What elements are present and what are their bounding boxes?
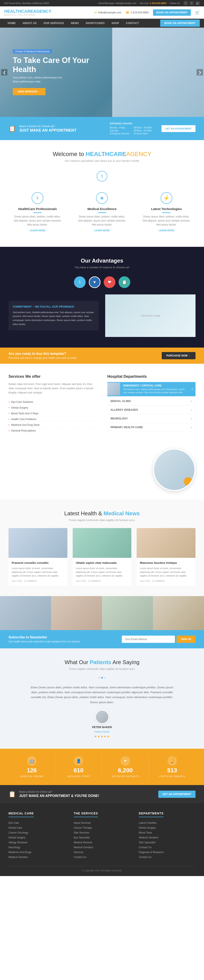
dept-emergency-arrow[interactable]: +: [192, 387, 196, 391]
newsletter-signup-button[interactable]: SIGN UP: [177, 636, 196, 643]
header-email: ✉ hello@example.com: [94, 11, 121, 14]
footer-link-medical-genetics[interactable]: Medical Genetics: [74, 845, 131, 850]
footer-link-contact-dept[interactable]: Contact Us: [139, 845, 196, 850]
testimonials-dots: [8, 677, 196, 679]
dept-allergy[interactable]: ALLERGY DISEASES +: [107, 406, 196, 414]
cart-icon[interactable]: 🛒: [195, 10, 200, 15]
hero-services-button[interactable]: VIEW SERVICES →: [13, 88, 45, 95]
footer-link-cancer[interactable]: Cancer Oncology: [8, 830, 65, 835]
footer-link-diagnose[interactable]: Diagnose & Research: [139, 850, 196, 854]
twitter-icon[interactable]: t: [190, 1, 194, 5]
adv-icon-care[interactable]: ❤: [104, 276, 115, 288]
hours-emergency-time: 24 Hours Open: [134, 132, 153, 135]
author-stars: ★★★★★: [94, 735, 110, 738]
nav-home[interactable]: HOME: [4, 19, 19, 28]
footer-link-eye-care[interactable]: Eye Care: [8, 820, 65, 825]
appointment-title: JUST MAKE AN APPOINTMENT: [19, 128, 76, 133]
hero-prev-button[interactable]: ❮: [1, 69, 8, 75]
footer-link-eye-specialist[interactable]: Eye Specialist: [74, 835, 131, 840]
appointment-icon: 📋: [8, 125, 16, 132]
adv-icon-clipboard[interactable]: 📋: [119, 276, 130, 288]
google-icon[interactable]: g+: [196, 1, 200, 5]
footer-link-skin[interactable]: Skin Services: [74, 830, 131, 835]
learn-more-professionals[interactable]: LEARN MORE: [30, 229, 45, 232]
footer-link-dept-dental[interactable]: Dental Surgery: [139, 825, 196, 830]
hours-emergency-label: Emergency Services: [110, 132, 129, 135]
apt-footer-text: Need a Doctor for Check-up? JUST MAKE AN…: [19, 791, 99, 798]
news-image-1: [8, 528, 67, 558]
nav-about[interactable]: ABOUT US: [19, 19, 40, 28]
dept-dental[interactable]: DENTAL CLINIC +: [107, 397, 196, 406]
footer-link-about-services[interactable]: About Services: [74, 820, 131, 825]
footer-link-medicine[interactable]: Medicine And Drugs: [8, 850, 65, 854]
appointment-banner-left: 📋 Need a Doctor for Check-up? JUST MAKE …: [8, 124, 76, 133]
nav-shortcodes[interactable]: SHORTCODES: [82, 19, 108, 28]
news-title: Latest Health & Medical News: [8, 510, 196, 517]
newsletter-email-input[interactable]: [122, 636, 175, 643]
footer-link-cancer-therapy[interactable]: Cancer Therapy: [74, 825, 131, 830]
news-meta-1: JULY 2015 0 COMMENT: [12, 580, 64, 582]
author-avatar: [95, 710, 109, 724]
dept-primary[interactable]: PRIMARY HEALTH CARE +: [107, 423, 196, 432]
get-appointment-button[interactable]: GET AN APPOINTMENT: [161, 125, 196, 132]
appointment-footer-left: 📋 Need a Doctor for Check-up? JUST MAKE …: [8, 791, 99, 798]
stat-staff-label: Satisfied Staff: [67, 775, 90, 778]
appointment-footer-button[interactable]: GET AN APPOINTMENT: [158, 791, 196, 798]
news-item-1: Praesent convallis convallis Lorem ipsum…: [8, 528, 67, 585]
nav-book-button[interactable]: BOOK AN APPOINTMENT: [160, 19, 200, 27]
learn-more-technologies[interactable]: LEARN MORE: [159, 229, 174, 232]
footer-link-dental-care[interactable]: Dental Care: [8, 825, 65, 830]
advantages-grid: COMMITMENT – We fulfill our promises! Se…: [8, 294, 196, 337]
footer-link-blood-tests[interactable]: Blood Tests: [139, 830, 196, 835]
feature-professionals: ⚕ HealthCare Professionals Donec ipsum d…: [8, 188, 67, 236]
footer-link-dept-genetics[interactable]: Medical Genetics: [139, 835, 196, 840]
newsletter-text: Subscribe to Newsletter Our health news …: [8, 635, 80, 643]
doctor-round-image: [153, 449, 196, 491]
footer-link-dental-surgery[interactable]: Dental Surgery: [8, 835, 65, 840]
footer-link-genetics[interactable]: Medical Genetics: [8, 854, 65, 859]
stat-patients-icon: ♥: [121, 756, 130, 766]
news-content-3: Maecenas faucibus tristique Lorem ipsum …: [137, 558, 196, 585]
news-title-1: Praesent convallis convallis: [12, 561, 64, 565]
purchase-button[interactable]: PURCHASE NOW →: [162, 352, 196, 359]
testimonial-dot-2[interactable]: [101, 677, 103, 679]
follow-label: Follow Us:: [170, 2, 180, 5]
nav-services[interactable]: OUR SERVICES: [40, 19, 67, 28]
testimonial-dot-1[interactable]: [99, 677, 100, 679]
hero-title: To Take Care Of Your Health: [13, 56, 99, 74]
testimonial-dot-3[interactable]: [104, 677, 105, 679]
orange-banner-title: Are you ready to buy this template?: [8, 352, 76, 356]
footer-link-medical-devices[interactable]: Medical Devices: [74, 840, 131, 845]
footer-link-skin-specialist[interactable]: Skin Specialist: [139, 840, 196, 845]
stat-hospital-label: Hospital Rooms: [20, 775, 44, 778]
footer-link-contact-2[interactable]: Contact Us: [139, 854, 196, 859]
nav-news[interactable]: NEWS: [67, 19, 82, 28]
apt-footer-prefix: Need a Doctor for Check-up?: [19, 791, 99, 793]
nav-contact[interactable]: CONTACT: [123, 19, 142, 28]
appointment-text: Need a Doctor for Check-up? JUST MAKE AN…: [19, 124, 76, 133]
feature-technologies: ⚡ Latest Technologies Donec ipsum diam, …: [137, 188, 196, 236]
book-appointment-button[interactable]: BOOK AN APPOINTMENT: [153, 10, 191, 16]
apt-footer-title: JUST MAKE AN APPOINTMENT & YOU'RE DONE!: [19, 794, 99, 798]
hero-next-button[interactable]: ❯: [196, 69, 203, 75]
nav-shop[interactable]: SHOP: [108, 19, 123, 28]
dept-neurology[interactable]: NEUROLOGY +: [107, 414, 196, 423]
footer-link-contact-services[interactable]: Contact Us: [74, 854, 131, 859]
footer-services-links: About Services Cancer Therapy Skin Servi…: [74, 820, 131, 859]
dept-emergency[interactable]: EMERGENCY / CRITICAL CARE Sed pretium nu…: [107, 382, 196, 396]
adv-icon-medical[interactable]: ⚕: [74, 276, 86, 288]
learn-more-excellence[interactable]: LEARN MORE: [94, 229, 110, 232]
footer-link-neurology[interactable]: Neurology: [8, 845, 65, 850]
footer-link-services[interactable]: Services: [74, 850, 131, 854]
adv-icon-commitment[interactable]: ♥: [89, 276, 100, 288]
news-date-3: JULY 2015: [140, 580, 150, 582]
facebook-icon[interactable]: f: [183, 1, 188, 5]
footer-link-allergy[interactable]: Allergy Diseases: [8, 840, 65, 845]
footer-link-charities[interactable]: Latest Charities: [139, 820, 196, 825]
news-content-2: Ulladie sapien vitae malesuada Lorem ips…: [73, 558, 132, 585]
testimonials-subtitle: Fusce sapien commodo vitae sagittis sit …: [8, 667, 196, 670]
navigation: HOME ABOUT US OUR SERVICES NEWS SHORTCOD…: [0, 19, 204, 28]
departments-title: Hospital Departments: [107, 374, 196, 379]
news-title-2: Ulladie sapien vitae malesuada: [76, 561, 128, 565]
footer-departments-links: Latest Charities Dental Surgery Blood Te…: [139, 820, 196, 859]
